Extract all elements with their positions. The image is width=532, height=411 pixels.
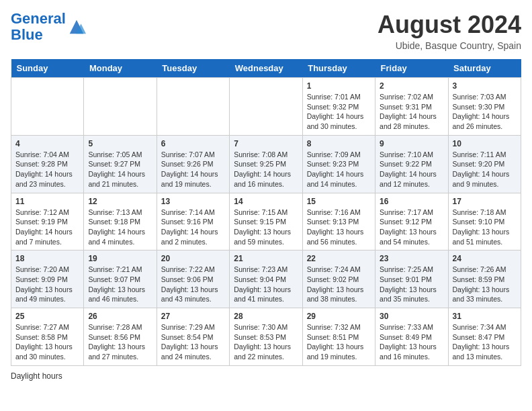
day-number: 16 — [380, 197, 443, 206]
day-number: 17 — [453, 197, 517, 206]
calendar-subtitle: Ubide, Basque Country, Spain — [378, 40, 521, 51]
day-number: 6 — [161, 139, 225, 148]
footer-note: Daylight hours — [11, 371, 521, 381]
day-info: Sunrise: 7:09 AM Sunset: 9:23 PM Dayligh… — [307, 150, 371, 189]
day-info: Sunrise: 7:15 AM Sunset: 9:15 PM Dayligh… — [234, 208, 298, 247]
day-number: 26 — [88, 312, 152, 321]
day-number: 15 — [307, 197, 371, 206]
day-info: Sunrise: 7:32 AM Sunset: 8:51 PM Dayligh… — [307, 322, 371, 362]
day-number: 20 — [161, 254, 225, 263]
day-cell: 30Sunrise: 7:33 AM Sunset: 8:49 PM Dayli… — [375, 308, 448, 366]
day-cell: 16Sunrise: 7:17 AM Sunset: 9:12 PM Dayli… — [375, 193, 448, 250]
day-info: Sunrise: 7:04 AM Sunset: 9:28 PM Dayligh… — [15, 150, 79, 189]
day-info: Sunrise: 7:12 AM Sunset: 9:19 PM Dayligh… — [15, 208, 79, 247]
day-info: Sunrise: 7:23 AM Sunset: 9:04 PM Dayligh… — [234, 265, 298, 304]
day-number: 18 — [15, 254, 79, 263]
day-info: Sunrise: 7:01 AM Sunset: 9:32 PM Dayligh… — [307, 92, 371, 132]
day-number: 12 — [88, 197, 152, 206]
day-cell: 29Sunrise: 7:32 AM Sunset: 8:51 PM Dayli… — [302, 308, 375, 366]
day-info: Sunrise: 7:26 AM Sunset: 8:59 PM Dayligh… — [453, 265, 517, 304]
day-info: Sunrise: 7:03 AM Sunset: 9:30 PM Dayligh… — [453, 92, 517, 132]
day-number: 19 — [88, 254, 152, 263]
day-info: Sunrise: 7:05 AM Sunset: 9:27 PM Dayligh… — [88, 150, 152, 189]
day-cell: 20Sunrise: 7:22 AM Sunset: 9:06 PM Dayli… — [157, 250, 229, 308]
day-cell: 26Sunrise: 7:28 AM Sunset: 8:56 PM Dayli… — [84, 308, 157, 366]
day-cell: 19Sunrise: 7:21 AM Sunset: 9:07 PM Dayli… — [84, 250, 157, 308]
day-number: 31 — [453, 312, 517, 321]
day-cell: 6Sunrise: 7:07 AM Sunset: 9:26 PM Daylig… — [157, 135, 229, 193]
week-row-3: 11Sunrise: 7:12 AM Sunset: 9:19 PM Dayli… — [11, 193, 521, 250]
day-cell: 23Sunrise: 7:25 AM Sunset: 9:01 PM Dayli… — [375, 250, 448, 308]
day-info: Sunrise: 7:17 AM Sunset: 9:12 PM Dayligh… — [380, 208, 443, 247]
day-number: 9 — [380, 139, 443, 148]
day-info: Sunrise: 7:14 AM Sunset: 9:16 PM Dayligh… — [161, 208, 225, 247]
day-number: 23 — [380, 254, 443, 263]
day-cell: 10Sunrise: 7:11 AM Sunset: 9:20 PM Dayli… — [448, 135, 521, 193]
day-number: 2 — [380, 81, 443, 91]
day-cell: 31Sunrise: 7:34 AM Sunset: 8:47 PM Dayli… — [448, 308, 521, 366]
day-number: 25 — [15, 312, 79, 321]
day-info: Sunrise: 7:24 AM Sunset: 9:02 PM Dayligh… — [307, 265, 371, 304]
day-cell: 25Sunrise: 7:27 AM Sunset: 8:58 PM Dayli… — [11, 308, 84, 366]
day-number: 22 — [307, 254, 371, 263]
day-info: Sunrise: 7:10 AM Sunset: 9:22 PM Dayligh… — [380, 150, 443, 189]
header-cell-saturday: Saturday — [448, 59, 521, 78]
day-cell: 3Sunrise: 7:03 AM Sunset: 9:30 PM Daylig… — [448, 78, 521, 136]
calendar-body: 1Sunrise: 7:01 AM Sunset: 9:32 PM Daylig… — [11, 78, 521, 366]
day-info: Sunrise: 7:02 AM Sunset: 9:31 PM Dayligh… — [380, 92, 443, 132]
week-row-5: 25Sunrise: 7:27 AM Sunset: 8:58 PM Dayli… — [11, 308, 521, 366]
day-number: 11 — [15, 197, 79, 206]
day-info: Sunrise: 7:28 AM Sunset: 8:56 PM Dayligh… — [88, 322, 152, 362]
day-number: 30 — [380, 312, 443, 321]
calendar-header: SundayMondayTuesdayWednesdayThursdayFrid… — [11, 59, 521, 78]
day-cell: 27Sunrise: 7:29 AM Sunset: 8:54 PM Dayli… — [157, 308, 229, 366]
day-cell: 22Sunrise: 7:24 AM Sunset: 9:02 PM Dayli… — [302, 250, 375, 308]
header-cell-friday: Friday — [375, 59, 448, 78]
day-cell: 13Sunrise: 7:14 AM Sunset: 9:16 PM Dayli… — [157, 193, 229, 250]
day-cell: 11Sunrise: 7:12 AM Sunset: 9:19 PM Dayli… — [11, 193, 84, 250]
logo: General Blue — [11, 11, 86, 43]
day-cell: 1Sunrise: 7:01 AM Sunset: 9:32 PM Daylig… — [302, 78, 375, 136]
day-cell: 24Sunrise: 7:26 AM Sunset: 8:59 PM Dayli… — [448, 250, 521, 308]
day-info: Sunrise: 7:18 AM Sunset: 9:10 PM Dayligh… — [453, 208, 517, 247]
day-info: Sunrise: 7:16 AM Sunset: 9:13 PM Dayligh… — [307, 208, 371, 247]
header-cell-tuesday: Tuesday — [157, 59, 229, 78]
day-cell: 5Sunrise: 7:05 AM Sunset: 9:27 PM Daylig… — [84, 135, 157, 193]
day-number: 28 — [234, 312, 298, 321]
day-cell: 21Sunrise: 7:23 AM Sunset: 9:04 PM Dayli… — [230, 250, 302, 308]
day-number: 29 — [307, 312, 371, 321]
calendar-table: SundayMondayTuesdayWednesdayThursdayFrid… — [11, 59, 521, 366]
day-cell: 9Sunrise: 7:10 AM Sunset: 9:22 PM Daylig… — [375, 135, 448, 193]
day-number: 8 — [307, 139, 371, 148]
calendar-title: August 2024 — [378, 11, 521, 39]
day-cell — [11, 78, 84, 136]
logo-blue: Blue — [11, 26, 43, 43]
day-info: Sunrise: 7:08 AM Sunset: 9:25 PM Dayligh… — [234, 150, 298, 189]
day-cell: 8Sunrise: 7:09 AM Sunset: 9:23 PM Daylig… — [302, 135, 375, 193]
day-cell: 18Sunrise: 7:20 AM Sunset: 9:09 PM Dayli… — [11, 250, 84, 308]
header-cell-wednesday: Wednesday — [230, 59, 302, 78]
logo-text: General Blue — [11, 11, 66, 43]
day-info: Sunrise: 7:07 AM Sunset: 9:26 PM Dayligh… — [161, 150, 225, 189]
day-number: 10 — [453, 139, 517, 148]
day-info: Sunrise: 7:34 AM Sunset: 8:47 PM Dayligh… — [453, 322, 517, 362]
day-cell: 14Sunrise: 7:15 AM Sunset: 9:15 PM Dayli… — [230, 193, 302, 250]
day-info: Sunrise: 7:29 AM Sunset: 8:54 PM Dayligh… — [161, 322, 225, 362]
logo-general: General — [11, 10, 66, 27]
week-row-1: 1Sunrise: 7:01 AM Sunset: 9:32 PM Daylig… — [11, 78, 521, 136]
day-number: 1 — [307, 81, 371, 91]
day-info: Sunrise: 7:33 AM Sunset: 8:49 PM Dayligh… — [380, 322, 443, 362]
day-number: 14 — [234, 197, 298, 206]
week-row-4: 18Sunrise: 7:20 AM Sunset: 9:09 PM Dayli… — [11, 250, 521, 308]
logo-icon — [67, 17, 86, 36]
header-cell-sunday: Sunday — [11, 59, 84, 78]
header-cell-thursday: Thursday — [302, 59, 375, 78]
header: General Blue August 2024 Ubide, Basque C… — [11, 11, 521, 51]
week-row-2: 4Sunrise: 7:04 AM Sunset: 9:28 PM Daylig… — [11, 135, 521, 193]
day-info: Sunrise: 7:30 AM Sunset: 8:53 PM Dayligh… — [234, 322, 298, 362]
day-number: 13 — [161, 197, 225, 206]
day-info: Sunrise: 7:22 AM Sunset: 9:06 PM Dayligh… — [161, 265, 225, 304]
day-number: 5 — [88, 139, 152, 148]
header-cell-monday: Monday — [84, 59, 157, 78]
day-number: 24 — [453, 254, 517, 263]
